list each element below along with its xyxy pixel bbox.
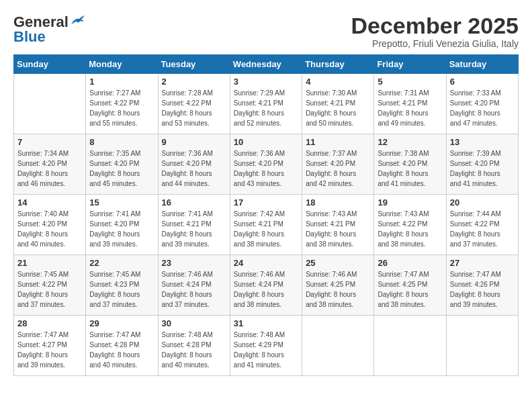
day-info: Sunrise: 7:28 AMSunset: 4:22 PMDaylight:… bbox=[162, 88, 226, 128]
day-info: Sunrise: 7:39 AMSunset: 4:20 PMDaylight:… bbox=[450, 148, 515, 189]
day-number: 26 bbox=[378, 258, 442, 268]
day-number: 18 bbox=[306, 197, 370, 208]
day-number: 27 bbox=[450, 258, 515, 268]
logo: General Blue bbox=[13, 13, 85, 46]
day-info: Sunrise: 7:48 AMSunset: 4:28 PMDaylight:… bbox=[162, 330, 226, 370]
calendar-cell: 13Sunrise: 7:39 AMSunset: 4:20 PMDayligh… bbox=[446, 134, 518, 195]
day-number: 1 bbox=[89, 77, 154, 87]
calendar-cell: 18Sunrise: 7:43 AMSunset: 4:21 PMDayligh… bbox=[302, 195, 374, 255]
day-info: Sunrise: 7:47 AMSunset: 4:26 PMDaylight:… bbox=[450, 269, 515, 310]
day-number: 12 bbox=[378, 137, 442, 147]
day-number: 20 bbox=[450, 197, 515, 208]
day-number: 17 bbox=[234, 197, 298, 208]
day-header-monday: Monday bbox=[86, 55, 158, 74]
day-info: Sunrise: 7:41 AMSunset: 4:21 PMDaylight:… bbox=[162, 209, 226, 249]
day-info: Sunrise: 7:36 AMSunset: 4:20 PMDaylight:… bbox=[234, 148, 298, 189]
day-number: 19 bbox=[378, 197, 442, 208]
calendar-cell: 14Sunrise: 7:40 AMSunset: 4:20 PMDayligh… bbox=[14, 195, 86, 255]
page-header: General Blue December 2025 Prepotto, Fri… bbox=[13, 13, 519, 49]
day-info: Sunrise: 7:46 AMSunset: 4:25 PMDaylight:… bbox=[306, 269, 370, 310]
calendar-cell: 28Sunrise: 7:47 AMSunset: 4:27 PMDayligh… bbox=[14, 316, 86, 376]
day-info: Sunrise: 7:42 AMSunset: 4:21 PMDaylight:… bbox=[234, 209, 298, 249]
day-header-tuesday: Tuesday bbox=[158, 55, 230, 74]
day-header-wednesday: Wednesday bbox=[230, 55, 302, 74]
day-info: Sunrise: 7:38 AMSunset: 4:20 PMDaylight:… bbox=[378, 148, 442, 189]
calendar-cell: 9Sunrise: 7:36 AMSunset: 4:20 PMDaylight… bbox=[158, 134, 230, 195]
day-header-thursday: Thursday bbox=[302, 55, 374, 74]
calendar-cell: 26Sunrise: 7:47 AMSunset: 4:25 PMDayligh… bbox=[374, 255, 446, 316]
calendar-cell: 8Sunrise: 7:35 AMSunset: 4:20 PMDaylight… bbox=[86, 134, 158, 195]
calendar-cell: 23Sunrise: 7:46 AMSunset: 4:24 PMDayligh… bbox=[158, 255, 230, 316]
calendar-cell: 29Sunrise: 7:47 AMSunset: 4:28 PMDayligh… bbox=[86, 316, 158, 376]
day-info: Sunrise: 7:45 AMSunset: 4:22 PMDaylight:… bbox=[17, 269, 82, 310]
day-info: Sunrise: 7:34 AMSunset: 4:20 PMDaylight:… bbox=[17, 148, 82, 189]
day-header-friday: Friday bbox=[374, 55, 446, 74]
calendar-week-3: 14Sunrise: 7:40 AMSunset: 4:20 PMDayligh… bbox=[14, 195, 519, 255]
day-number: 23 bbox=[162, 258, 226, 268]
calendar-cell: 1Sunrise: 7:27 AMSunset: 4:22 PMDaylight… bbox=[86, 74, 158, 134]
calendar-cell: 4Sunrise: 7:30 AMSunset: 4:21 PMDaylight… bbox=[302, 74, 374, 134]
calendar-week-4: 21Sunrise: 7:45 AMSunset: 4:22 PMDayligh… bbox=[14, 255, 519, 316]
day-info: Sunrise: 7:30 AMSunset: 4:21 PMDaylight:… bbox=[306, 88, 370, 128]
calendar-cell: 24Sunrise: 7:46 AMSunset: 4:24 PMDayligh… bbox=[230, 255, 302, 316]
calendar-cell: 16Sunrise: 7:41 AMSunset: 4:21 PMDayligh… bbox=[158, 195, 230, 255]
calendar-cell: 27Sunrise: 7:47 AMSunset: 4:26 PMDayligh… bbox=[446, 255, 518, 316]
calendar-cell: 7Sunrise: 7:34 AMSunset: 4:20 PMDaylight… bbox=[14, 134, 86, 195]
location: Prepotto, Friuli Venezia Giulia, Italy bbox=[351, 38, 519, 49]
day-info: Sunrise: 7:40 AMSunset: 4:20 PMDaylight:… bbox=[17, 209, 82, 249]
day-info: Sunrise: 7:37 AMSunset: 4:20 PMDaylight:… bbox=[306, 148, 370, 189]
day-number: 16 bbox=[162, 197, 226, 208]
day-number: 3 bbox=[234, 77, 298, 87]
calendar-cell: 22Sunrise: 7:45 AMSunset: 4:23 PMDayligh… bbox=[86, 255, 158, 316]
day-header-saturday: Saturday bbox=[446, 55, 518, 74]
logo-bird-icon bbox=[70, 15, 85, 26]
day-number: 14 bbox=[17, 197, 82, 208]
day-number: 11 bbox=[306, 137, 370, 147]
day-number: 13 bbox=[450, 137, 515, 147]
calendar-header-row: SundayMondayTuesdayWednesdayThursdayFrid… bbox=[14, 55, 519, 74]
day-info: Sunrise: 7:33 AMSunset: 4:20 PMDaylight:… bbox=[450, 88, 515, 128]
day-number: 4 bbox=[306, 77, 370, 87]
day-number: 5 bbox=[378, 77, 442, 87]
calendar-cell bbox=[14, 74, 86, 134]
day-info: Sunrise: 7:41 AMSunset: 4:20 PMDaylight:… bbox=[89, 209, 154, 249]
day-header-sunday: Sunday bbox=[14, 55, 86, 74]
day-number: 8 bbox=[89, 137, 154, 147]
day-info: Sunrise: 7:36 AMSunset: 4:20 PMDaylight:… bbox=[162, 148, 226, 189]
calendar-cell: 25Sunrise: 7:46 AMSunset: 4:25 PMDayligh… bbox=[302, 255, 374, 316]
logo-blue: Blue bbox=[13, 28, 46, 46]
day-info: Sunrise: 7:43 AMSunset: 4:21 PMDaylight:… bbox=[306, 209, 370, 249]
calendar-cell: 3Sunrise: 7:29 AMSunset: 4:21 PMDaylight… bbox=[230, 74, 302, 134]
day-info: Sunrise: 7:45 AMSunset: 4:23 PMDaylight:… bbox=[89, 269, 154, 310]
calendar-cell bbox=[302, 316, 374, 376]
calendar-cell: 17Sunrise: 7:42 AMSunset: 4:21 PMDayligh… bbox=[230, 195, 302, 255]
day-number: 7 bbox=[17, 137, 82, 147]
day-info: Sunrise: 7:31 AMSunset: 4:21 PMDaylight:… bbox=[378, 88, 442, 128]
day-info: Sunrise: 7:47 AMSunset: 4:27 PMDaylight:… bbox=[17, 330, 82, 370]
calendar-cell: 19Sunrise: 7:43 AMSunset: 4:22 PMDayligh… bbox=[374, 195, 446, 255]
calendar-cell: 2Sunrise: 7:28 AMSunset: 4:22 PMDaylight… bbox=[158, 74, 230, 134]
day-number: 10 bbox=[234, 137, 298, 147]
day-number: 24 bbox=[234, 258, 298, 268]
day-info: Sunrise: 7:47 AMSunset: 4:25 PMDaylight:… bbox=[378, 269, 442, 310]
day-number: 31 bbox=[234, 318, 298, 328]
calendar-cell: 31Sunrise: 7:48 AMSunset: 4:29 PMDayligh… bbox=[230, 316, 302, 376]
day-info: Sunrise: 7:27 AMSunset: 4:22 PMDaylight:… bbox=[89, 88, 154, 128]
title-block: December 2025 Prepotto, Friuli Venezia G… bbox=[351, 13, 519, 49]
calendar-cell: 12Sunrise: 7:38 AMSunset: 4:20 PMDayligh… bbox=[374, 134, 446, 195]
calendar-table: SundayMondayTuesdayWednesdayThursdayFrid… bbox=[13, 54, 519, 376]
day-number: 9 bbox=[162, 137, 226, 147]
day-number: 2 bbox=[162, 77, 226, 87]
day-info: Sunrise: 7:35 AMSunset: 4:20 PMDaylight:… bbox=[89, 148, 154, 189]
calendar-cell: 21Sunrise: 7:45 AMSunset: 4:22 PMDayligh… bbox=[14, 255, 86, 316]
day-info: Sunrise: 7:46 AMSunset: 4:24 PMDaylight:… bbox=[234, 269, 298, 310]
calendar-week-2: 7Sunrise: 7:34 AMSunset: 4:20 PMDaylight… bbox=[14, 134, 519, 195]
month-title: December 2025 bbox=[351, 13, 519, 38]
day-number: 6 bbox=[450, 77, 515, 87]
day-number: 30 bbox=[162, 318, 226, 328]
calendar-cell: 20Sunrise: 7:44 AMSunset: 4:22 PMDayligh… bbox=[446, 195, 518, 255]
day-info: Sunrise: 7:46 AMSunset: 4:24 PMDaylight:… bbox=[162, 269, 226, 310]
day-info: Sunrise: 7:48 AMSunset: 4:29 PMDaylight:… bbox=[234, 330, 298, 370]
calendar-cell: 30Sunrise: 7:48 AMSunset: 4:28 PMDayligh… bbox=[158, 316, 230, 376]
calendar-week-5: 28Sunrise: 7:47 AMSunset: 4:27 PMDayligh… bbox=[14, 316, 519, 376]
